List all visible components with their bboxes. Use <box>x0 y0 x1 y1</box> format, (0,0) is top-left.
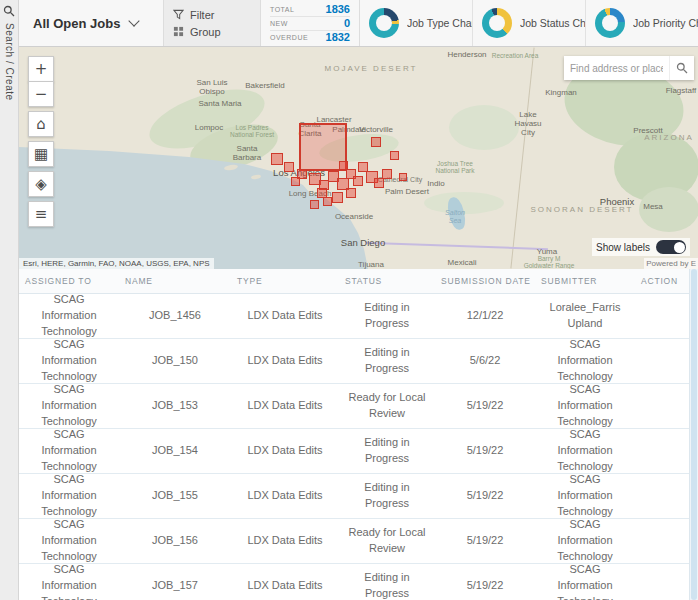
search-create-tab[interactable]: Search / Create <box>0 0 19 600</box>
table-row[interactable]: SCAG Information TechnologyJOB_157LDX Da… <box>19 564 698 600</box>
stat-overdue: OVERDUE1832 <box>270 31 350 44</box>
cell-type: LDX Data Edits <box>231 429 339 473</box>
donut-hole <box>489 15 505 31</box>
group-button[interactable]: Group <box>173 26 251 38</box>
cell-submitter: SCAG Information Technology <box>535 384 635 428</box>
cell-status: Ready for Local Review <box>339 384 435 428</box>
cell-submission-date: 12/1/22 <box>435 294 535 338</box>
chart-group-3[interactable]: Job Priority Ch... <box>586 0 698 46</box>
chart-group-2[interactable]: Job Status Chart <box>473 0 586 46</box>
home-button[interactable]: ⌂ <box>28 111 54 137</box>
job-filter-dropdown[interactable]: All Open Jobs <box>19 0 164 46</box>
search-icon <box>676 62 688 74</box>
cell-assigned-to: SCAG Information Technology <box>19 474 119 518</box>
search-create-label: Search / Create <box>4 23 15 101</box>
cell-type: LDX Data Edits <box>231 519 339 563</box>
cell-type: LDX Data Edits <box>231 564 339 600</box>
job-location-marker[interactable] <box>382 169 392 179</box>
job-location-marker[interactable] <box>284 162 294 172</box>
job-location-marker[interactable] <box>323 197 332 206</box>
chart-label: Job Status Chart <box>520 17 585 29</box>
map-controls: +−⌂▦◈≡ <box>28 56 54 227</box>
job-location-marker[interactable] <box>271 153 283 165</box>
job-location-marker[interactable] <box>310 200 319 209</box>
layers-button[interactable]: ◈ <box>28 171 54 197</box>
job-location-marker[interactable] <box>332 192 343 203</box>
job-stats-panel: TOTAL1836NEW0OVERDUE1832 <box>261 0 360 46</box>
table-row[interactable]: SCAG Information TechnologyJOB_156LDX Da… <box>19 519 698 564</box>
cell-submitter: SCAG Information Technology <box>535 564 635 600</box>
job-location-marker[interactable] <box>374 178 384 188</box>
cell-submitter: Loralee_Farris Upland <box>535 294 635 338</box>
job-markers-layer <box>19 47 698 269</box>
chart-label: Job Type Chart <box>407 17 472 29</box>
cell-status: Ready for Local Review <box>339 519 435 563</box>
zoom-out-button[interactable]: − <box>28 81 54 107</box>
chart-label: Job Priority Ch... <box>633 17 698 29</box>
cell-status: Editing in Progress <box>339 564 435 600</box>
job-location-marker[interactable] <box>291 177 300 186</box>
map-search-input[interactable] <box>564 56 669 80</box>
show-labels-control: Show labels <box>592 238 690 256</box>
table-row[interactable]: SCAG Information TechnologyJOB_154LDX Da… <box>19 429 698 474</box>
cell-type: LDX Data Edits <box>231 384 339 428</box>
map-search-button[interactable] <box>669 56 694 80</box>
job-location-marker[interactable] <box>339 161 348 170</box>
vertical-scrollbar[interactable] <box>689 269 698 600</box>
donut-chart-icon <box>595 8 625 38</box>
job-location-marker[interactable] <box>399 173 407 181</box>
cell-submission-date: 5/19/22 <box>435 429 535 473</box>
column-header-submitter[interactable]: SUBMITTER <box>535 269 635 293</box>
cell-name: JOB_1456 <box>119 294 231 338</box>
map-search <box>564 56 694 80</box>
job-location-marker[interactable] <box>346 188 356 198</box>
column-header-assigned-to[interactable]: ASSIGNED TO <box>19 269 119 293</box>
filter-button[interactable]: Filter <box>173 9 251 21</box>
cell-assigned-to: SCAG Information Technology <box>19 384 119 428</box>
table-header-row: ASSIGNED TONAMETYPESTATUSSUBMISSION DATE… <box>19 269 698 294</box>
basemap-button[interactable]: ▦ <box>28 141 54 167</box>
table-row[interactable]: SCAG Information TechnologyJOB_153LDX Da… <box>19 384 698 429</box>
table-body: SCAG Information TechnologyJOB_1456LDX D… <box>19 294 698 600</box>
column-header-name[interactable]: NAME <box>119 269 231 293</box>
zoom-in-button[interactable]: + <box>28 56 54 82</box>
table-row[interactable]: SCAG Information TechnologyJOB_1456LDX D… <box>19 294 698 339</box>
filter-icon <box>173 9 184 20</box>
column-header-submission-date[interactable]: SUBMISSION DATE <box>435 269 535 293</box>
cell-type: LDX Data Edits <box>231 294 339 338</box>
cell-status: Editing in Progress <box>339 339 435 383</box>
legend-button[interactable]: ≡ <box>28 201 54 227</box>
job-location-marker[interactable] <box>353 176 363 186</box>
chart-group-1[interactable]: Job Type Chart <box>360 0 473 46</box>
cell-submission-date: 5/6/22 <box>435 339 535 383</box>
powered-by-esri: Powered by E <box>644 258 698 269</box>
cell-submitter: SCAG Information Technology <box>535 474 635 518</box>
scrollbar-thumb[interactable] <box>691 269 697 600</box>
donut-hole <box>376 15 392 31</box>
map-canvas[interactable]: San Luis ObispoBakersfieldSanta MariaLom… <box>19 47 698 269</box>
cell-type: LDX Data Edits <box>231 339 339 383</box>
show-labels-toggle[interactable] <box>656 240 686 254</box>
table-row[interactable]: SCAG Information TechnologyJOB_155LDX Da… <box>19 474 698 519</box>
job-location-marker[interactable] <box>390 151 399 160</box>
search-create-icon <box>3 5 15 17</box>
cell-submission-date: 5/19/22 <box>435 474 535 518</box>
workflow-manager-app: Search / Create All Open Jobs Filter <box>0 0 698 600</box>
table-row[interactable]: SCAG Information TechnologyJOB_150LDX Da… <box>19 339 698 384</box>
cell-name: JOB_155 <box>119 474 231 518</box>
cell-submitter: SCAG Information Technology <box>535 519 635 563</box>
column-header-type[interactable]: TYPE <box>231 269 339 293</box>
charts-panel: Job Type ChartJob Status ChartJob Priori… <box>360 0 698 46</box>
cell-status: Editing in Progress <box>339 429 435 473</box>
job-location-marker[interactable] <box>371 137 381 147</box>
cell-name: JOB_157 <box>119 564 231 600</box>
jobs-table: ASSIGNED TONAMETYPESTATUSSUBMISSION DATE… <box>19 269 698 600</box>
stat-label: TOTAL <box>270 6 294 13</box>
show-labels-label: Show labels <box>596 242 650 253</box>
cell-name: JOB_153 <box>119 384 231 428</box>
donut-hole <box>602 15 618 31</box>
stat-value: 1832 <box>326 31 350 43</box>
cell-submission-date: 5/19/22 <box>435 519 535 563</box>
stat-label: OVERDUE <box>270 34 308 41</box>
column-header-status[interactable]: STATUS <box>339 269 435 293</box>
